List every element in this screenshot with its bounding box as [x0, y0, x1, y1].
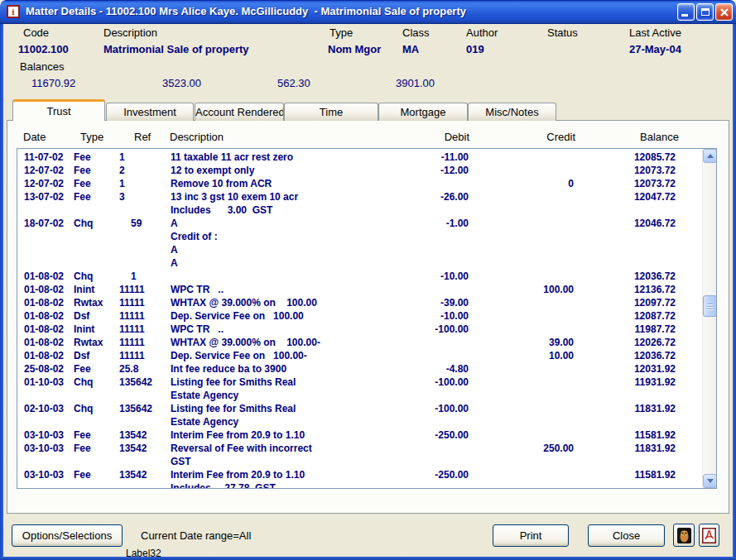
cell-balance: 12036.72	[589, 349, 676, 362]
date-range-text: Current Date range=All	[141, 529, 251, 542]
field-value-description: Matrimonial Sale of property	[103, 43, 249, 55]
cell-balance: 12136.72	[589, 283, 676, 296]
cell-ref: 1	[119, 270, 169, 283]
tab-trust[interactable]: Trust	[12, 99, 105, 121]
table-row[interactable]: 01-08-02Dsf11111Dep. Service Fee on 100.…	[17, 309, 702, 323]
minimize-button[interactable]	[677, 3, 695, 21]
cell-description: Reversal of Fee with incorrect	[171, 442, 373, 455]
cell-description: WHTAX @ 39.000% on 100.00-	[171, 336, 373, 349]
cell-debit: -12.00	[365, 164, 469, 177]
table-row[interactable]: 18-07-02Chq59A-1.0012046.72	[17, 217, 702, 230]
table-row[interactable]: A	[17, 243, 702, 256]
cell-ref: 13542	[119, 428, 169, 442]
cell-date: 12-07-02	[24, 164, 75, 177]
cell-balance: 12073.72	[589, 164, 676, 177]
pdf-report-button[interactable]	[699, 524, 719, 547]
cell-description: A	[171, 243, 373, 256]
cell-description: Includes 27.78 GST	[171, 481, 373, 489]
table-row[interactable]: 03-10-03Fee13542Reversal of Fee with inc…	[17, 442, 702, 455]
table-row[interactable]: Includes 27.78 GST	[17, 481, 702, 489]
cell-balance: 12073.72	[589, 177, 676, 190]
table-row[interactable]: 01-08-02Inint11111WPC TR ..-100.0011987.…	[17, 323, 702, 336]
cell-description: Listing fee for Smiths Real	[171, 402, 373, 415]
table-row[interactable]: Includes 3.00 GST	[17, 203, 702, 217]
cell-description: Estate Agency	[171, 389, 373, 402]
cell-ref: 11111	[119, 309, 169, 323]
column-header-ref: Ref	[134, 131, 151, 143]
table-row[interactable]: Estate Agency	[17, 415, 702, 428]
cell-ref: 3	[119, 190, 169, 203]
tab-investment[interactable]: Investment	[106, 103, 194, 121]
maximize-button[interactable]	[696, 3, 714, 21]
cell-date: 01-08-02	[24, 296, 75, 309]
table-row[interactable]: 01-08-02Inint11111WPC TR ..100.0012136.7…	[17, 283, 702, 296]
table-row[interactable]: 11-07-02Fee111 taxable 11 acr rest zero-…	[17, 151, 702, 164]
title-bar[interactable]: i Matter Details - 11002.100 Mrs Alice K…	[0, 0, 736, 24]
cell-debit: -4.80	[365, 362, 469, 376]
column-header-debit: Debit	[406, 131, 469, 143]
table-row[interactable]: 02-10-03Chq135642Listing fee for Smiths …	[17, 402, 702, 415]
options-selections-button[interactable]: Options/Selections	[12, 524, 123, 547]
cell-balance: 12046.72	[589, 217, 676, 230]
cell-balance: 12097.72	[589, 296, 676, 309]
field-label-class: Class	[402, 26, 430, 39]
cell-ref: 25.8	[119, 362, 169, 376]
window-frame-bottom	[0, 557, 736, 560]
cell-description: A	[171, 256, 373, 270]
scroll-down-button[interactable]	[703, 474, 717, 488]
table-row[interactable]: 12-07-02Fee1Remove 10 from ACR012073.72	[17, 177, 702, 190]
table-row[interactable]: 13-07-02Fee313 inc 3 gst 10 exem 10 acr-…	[17, 190, 702, 203]
cell-description: GST	[171, 455, 373, 468]
print-button[interactable]: Print	[493, 524, 569, 547]
cell-description: 12 to exempt only	[171, 164, 373, 177]
column-header-description: Description	[170, 131, 224, 143]
table-row[interactable]: 01-10-03Chq135642Listing fee for Smiths …	[17, 376, 702, 389]
scrollbar-thumb[interactable]	[703, 295, 717, 317]
tab-time[interactable]: Time	[284, 103, 378, 121]
table-row[interactable]: 01-08-02Rwtax11111WHTAX @ 39.000% on 100…	[17, 296, 702, 309]
app-icon: i	[7, 5, 20, 18]
cell-date: 01-08-02	[24, 309, 75, 323]
owl-tool-button[interactable]	[673, 524, 695, 547]
cell-credit: 100.00	[485, 283, 574, 296]
cell-balance: 11581.92	[589, 468, 676, 481]
tab-misc-notes[interactable]: Misc/Notes	[468, 103, 556, 121]
table-row[interactable]: A	[17, 256, 702, 270]
table-row[interactable]: 12-07-02Fee212 to exempt only-12.0012073…	[17, 164, 702, 177]
table-row[interactable]: 01-08-02Chq1-10.0012036.72	[17, 270, 702, 283]
field-value-type: Nom Mgor	[328, 43, 381, 55]
cell-date: 11-07-02	[24, 151, 75, 164]
arrow-down-icon	[707, 479, 714, 483]
table-row[interactable]: GST	[17, 455, 702, 468]
field-label-code: Code	[23, 26, 49, 39]
cell-description: WHTAX @ 39.000% on 100.00	[171, 296, 373, 309]
table-row[interactable]: 25-08-02Fee25.8Int fee reduce ba to 3900…	[17, 362, 702, 376]
table-row[interactable]: 03-10-03Fee13542Interim Fee from 20.9 to…	[17, 428, 702, 442]
cell-date: 01-08-02	[24, 270, 75, 283]
tab-mortgage[interactable]: Mortgage	[378, 103, 468, 121]
vertical-scrollbar[interactable]	[702, 149, 716, 488]
cell-type: Dsf	[74, 309, 118, 323]
ledger-rows: 11-07-02Fee111 taxable 11 acr rest zero-…	[17, 151, 702, 489]
table-row[interactable]: 01-08-02Dsf11111Dep. Service Fee on 100.…	[17, 349, 702, 362]
cell-type: Rwtax	[74, 296, 118, 309]
cell-date: 01-08-02	[24, 349, 75, 362]
table-row[interactable]: 01-08-02Rwtax11111WHTAX @ 39.000% on 100…	[17, 336, 702, 349]
cell-date: 01-08-02	[24, 336, 75, 349]
close-button[interactable]	[715, 3, 733, 21]
tab-account-rendered[interactable]: Account Rendered	[195, 103, 284, 121]
cell-debit: -250.00	[365, 468, 469, 481]
cell-date: 12-07-02	[24, 177, 75, 190]
table-row[interactable]: Credit of :	[17, 230, 702, 243]
cell-balance: 11581.92	[589, 428, 676, 442]
cell-debit: -250.00	[365, 428, 469, 442]
cell-date: 25-08-02	[24, 362, 75, 376]
close-dialog-button[interactable]: Close	[588, 524, 665, 547]
trust-ledger-list[interactable]: 11-07-02Fee111 taxable 11 acr rest zero-…	[17, 148, 717, 489]
table-row[interactable]: Estate Agency	[17, 389, 702, 402]
cell-ref: 1	[119, 177, 169, 190]
scroll-up-button[interactable]	[703, 149, 717, 163]
table-row[interactable]: 03-10-03Fee13542Interim Fee from 20.9 to…	[17, 468, 702, 481]
cell-credit: 10.00	[485, 349, 574, 362]
field-value-author: 019	[466, 43, 484, 55]
